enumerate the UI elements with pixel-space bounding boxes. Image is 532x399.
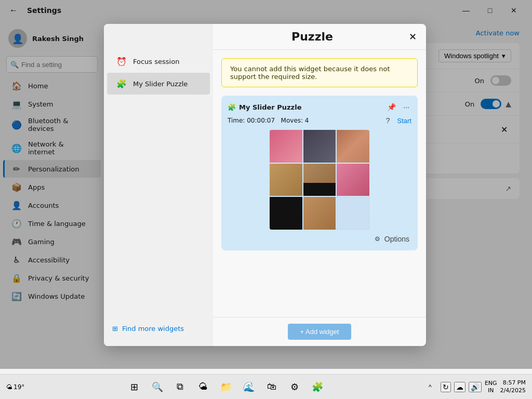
puzzle-cell-2 (303, 130, 336, 163)
store-icon: 🛍 (265, 381, 278, 393)
dialog-content: You cannot add this widget because it do… (213, 50, 426, 317)
pin-button[interactable]: 📌 (385, 102, 398, 112)
search-button[interactable]: 🔍 (147, 377, 168, 397)
search-taskbar-icon: 🔍 (151, 381, 164, 393)
puzzle-timer-row: Time: 00:00:07 Moves: 4 ? Start (228, 115, 411, 126)
puzzle-cell-4 (270, 164, 302, 196)
puzzle-preview: 🧩 My Slider Puzzle 📌 ··· Time: 00:00:07 … (221, 96, 418, 250)
more-button[interactable]: ··· (401, 102, 411, 112)
system-clock[interactable]: 8:57 PM 2/4/2025 (500, 379, 526, 394)
settings-taskbar-icon: ⚙ (288, 381, 301, 393)
puzzle-taskbar-icon: 🧩 (311, 381, 324, 393)
clock-time: 8:57 PM (500, 379, 526, 387)
warning-text: You cannot add this widget because it do… (230, 65, 390, 81)
taskbar-right: ^ ↻ ☁ 🔊 ENG IN 8:57 PM 2/4/2025 (423, 379, 526, 394)
puzzle-taskbar-button[interactable]: 🧩 (307, 377, 328, 397)
network-tray-icon[interactable]: ↻ (441, 382, 451, 392)
chevron-up-icon: ^ (429, 383, 432, 391)
taskbar: 🌤 19° ⊞ 🔍 ⧉ 🌤 📁 🌊 🛍 ⚙ 🧩 (0, 374, 532, 399)
dialog-nav-label: Focus session (133, 58, 179, 65)
dialog-nav-puzzle[interactable]: 🧩 My Slider Puzzle (107, 73, 210, 95)
warning-box: You cannot add this widget because it do… (221, 58, 418, 87)
add-widget-dialog-button[interactable]: + Add widget (288, 324, 352, 340)
puzzle-cell-6 (337, 164, 369, 196)
dialog-nav-focus[interactable]: ⏰ Focus session (107, 50, 210, 72)
moves-value: Moves: 4 (281, 117, 309, 124)
store-button[interactable]: 🛍 (261, 377, 282, 397)
dialog-footer: + Add widget (213, 317, 426, 346)
tray-expand-button[interactable]: ^ (423, 380, 437, 394)
lang-line1: ENG (485, 380, 497, 387)
options-icon: ⚙ (375, 235, 380, 243)
puzzle-cell-8 (303, 197, 336, 230)
timer-value: Time: 00:00:07 (228, 117, 275, 124)
explorer-button[interactable]: 📁 (216, 377, 236, 397)
start-icon: ⊞ (128, 381, 141, 393)
clock-date: 2/4/2025 (500, 387, 526, 394)
cloud-tray-icon[interactable]: ☁ (454, 382, 466, 392)
dialog-close-button[interactable]: ✕ (405, 30, 420, 44)
taskview-icon: ⧉ (174, 381, 187, 393)
edge-icon: 🌊 (243, 381, 255, 393)
find-more-label: Find more widgets (122, 325, 184, 332)
dialog-sidebar: ⏰ Focus session 🧩 My Slider Puzzle ⊞ Fin… (104, 24, 213, 346)
puzzle-cell-9 (337, 197, 369, 230)
puzzle-cell-1 (270, 130, 302, 163)
puzzle-cell-5 (303, 164, 336, 196)
taskview-button[interactable]: ⧉ (170, 377, 191, 397)
puzzle-timer-actions: ? Start (384, 115, 411, 126)
speaker-tray-icon[interactable]: 🔊 (469, 382, 482, 392)
taskbar-left: 🌤 19° (6, 383, 29, 391)
store-icon: ⊞ (112, 325, 118, 332)
puzzle-grid (270, 130, 369, 230)
add-widget-dialog: ⏰ Focus session 🧩 My Slider Puzzle ⊞ Fin… (104, 24, 426, 346)
puzzle-actions: 📌 ··· (385, 102, 411, 112)
puzzle-timer-text: Time: 00:00:07 Moves: 4 (228, 117, 309, 124)
lang-line2: IN (485, 387, 497, 394)
settings-taskbar-button[interactable]: ⚙ (284, 377, 305, 397)
help-button[interactable]: ? (384, 115, 392, 126)
edge-button[interactable]: 🌊 (238, 377, 259, 397)
puzzle-nav-icon: 🧩 (115, 77, 128, 90)
focus-icon: ⏰ (115, 55, 128, 68)
weather-widget[interactable]: 🌤 19° (6, 383, 24, 391)
weather-temp: 19° (14, 383, 24, 391)
puzzle-header: 🧩 My Slider Puzzle 📌 ··· (228, 102, 411, 112)
language-indicator: ENG IN (485, 380, 497, 393)
start-button[interactable]: ⊞ (124, 377, 145, 397)
puzzle-cell-7 (270, 197, 302, 230)
explorer-icon: 📁 (220, 381, 232, 393)
start-button[interactable]: Start (397, 117, 411, 125)
weather-icon: 🌤 (6, 383, 12, 391)
dialog-title: Puzzle (221, 30, 418, 43)
puzzle-icon: 🧩 (228, 103, 236, 111)
puzzle-widget-title: My Slider Puzzle (239, 103, 301, 111)
dialog-nav-label: My Slider Puzzle (133, 80, 188, 88)
add-widget-dialog-label: + Add widget (300, 328, 339, 336)
dialog-main: Puzzle ✕ You cannot add this widget beca… (213, 24, 426, 346)
puzzle-footer: ⚙ Options (228, 234, 411, 244)
widgets-icon: 🌤 (197, 381, 209, 393)
widgets-button[interactable]: 🌤 (193, 377, 214, 397)
taskbar-center: ⊞ 🔍 ⧉ 🌤 📁 🌊 🛍 ⚙ 🧩 (31, 377, 421, 397)
options-button[interactable]: Options (382, 234, 411, 244)
find-more-widgets[interactable]: ⊞ Find more widgets (104, 320, 213, 338)
puzzle-title-row: 🧩 My Slider Puzzle (228, 103, 301, 111)
dialog-header: Puzzle ✕ (213, 24, 426, 50)
puzzle-cell-3 (337, 130, 369, 163)
